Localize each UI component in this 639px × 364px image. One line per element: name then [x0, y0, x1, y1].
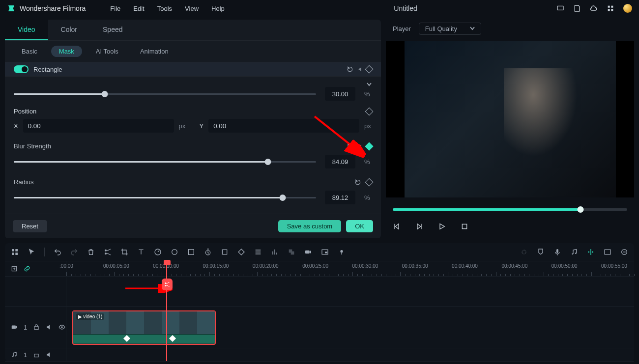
rotate-value[interactable]: 30.00: [325, 87, 355, 101]
reset-section-icon[interactable]: [347, 66, 353, 73]
voiceover-icon[interactable]: [338, 248, 346, 256]
reset-button[interactable]: Reset: [13, 220, 47, 232]
adjustments-icon[interactable]: [254, 248, 262, 256]
text-icon[interactable]: [137, 248, 145, 256]
position-x-unit: px: [179, 122, 187, 130]
ruler-tick-label: 00:00:55:00: [601, 263, 627, 269]
marker-icon[interactable]: [537, 248, 545, 256]
position-y-label: Y: [200, 122, 204, 130]
snap-icon[interactable]: [587, 248, 595, 256]
menu-view[interactable]: View: [185, 5, 199, 12]
video-track-body[interactable]: ▶ video (1): [66, 307, 634, 348]
menu-edit[interactable]: Edit: [133, 5, 144, 12]
delete-icon[interactable]: [87, 248, 95, 256]
svg-rect-10: [12, 252, 14, 255]
svg-point-35: [12, 356, 13, 357]
mask-enable-toggle[interactable]: [14, 65, 29, 73]
radius-value[interactable]: 89.12: [325, 191, 355, 204]
mute-track-icon[interactable]: [46, 324, 53, 331]
step-back-icon[interactable]: [393, 223, 401, 230]
svg-rect-7: [462, 224, 466, 228]
radius-reset-icon[interactable]: [354, 179, 361, 186]
player-progress[interactable]: [393, 208, 627, 211]
radius-keyframe-icon[interactable]: [365, 178, 374, 186]
play-icon[interactable]: [438, 223, 446, 230]
svg-rect-11: [15, 252, 18, 255]
radius-label: Radius: [14, 178, 33, 186]
timeline-playhead[interactable]: [166, 261, 167, 361]
radius-slider[interactable]: [14, 197, 316, 198]
zoom-out-icon[interactable]: [620, 248, 628, 256]
tab-speed[interactable]: Speed: [90, 20, 135, 40]
subtab-animation[interactable]: Animation: [132, 46, 176, 57]
ruler-tick-label: 00:00:20:00: [253, 263, 279, 269]
mic-icon[interactable]: [553, 248, 561, 256]
speed-icon[interactable]: [154, 248, 162, 256]
scissors-icon[interactable]: [104, 248, 112, 256]
lock-track-icon[interactable]: [33, 324, 40, 331]
video-clip[interactable]: ▶ video (1): [72, 310, 216, 345]
timeline-ruler[interactable]: :00:0000:00:05:0000:00:10:0000:00:15:000…: [66, 261, 634, 276]
pip-icon[interactable]: [321, 248, 329, 256]
crop-icon[interactable]: [120, 248, 128, 256]
subtab-aitools[interactable]: AI Tools: [88, 46, 126, 57]
green-screen-icon[interactable]: [187, 248, 195, 256]
video-preview[interactable]: [386, 41, 634, 197]
tab-color[interactable]: Color: [48, 20, 90, 40]
keyframe-tool-icon[interactable]: [237, 248, 245, 256]
track-expand-icon[interactable]: [221, 248, 229, 256]
save-as-custom-button[interactable]: Save as custom: [278, 220, 342, 232]
player-quality-dropdown[interactable]: Full Quality: [419, 23, 481, 35]
ruler-tick-label: 00:00:40:00: [452, 263, 478, 269]
split-at-playhead-icon[interactable]: [162, 279, 173, 290]
cloud-upload-icon[interactable]: [590, 4, 598, 12]
position-x-input[interactable]: [23, 119, 174, 133]
record-icon[interactable]: [304, 248, 312, 256]
svg-rect-26: [556, 249, 558, 253]
duration-icon[interactable]: [204, 248, 212, 256]
section-keyframe-icon[interactable]: [365, 65, 374, 74]
mask-shape-label: Rectangle: [33, 66, 62, 73]
audio-icon[interactable]: [570, 248, 578, 256]
apps-grid-icon[interactable]: [607, 4, 614, 12]
radius-unit: %: [364, 194, 372, 201]
blur-slider[interactable]: [14, 161, 316, 163]
menubar: File Edit Tools View Help: [110, 5, 224, 12]
properties-footer: Reset Save as custom OK: [5, 214, 381, 238]
redo-icon[interactable]: [70, 248, 78, 256]
screen-icon[interactable]: [556, 4, 564, 12]
tab-video[interactable]: Video: [5, 20, 48, 40]
svg-rect-33: [34, 327, 38, 330]
ok-button[interactable]: OK: [346, 220, 373, 232]
group-icon[interactable]: [288, 248, 295, 256]
subtab-basic[interactable]: Basic: [14, 46, 45, 57]
prev-keyframe-icon[interactable]: [358, 67, 361, 71]
svg-rect-1: [557, 6, 563, 10]
subtab-mask[interactable]: Mask: [51, 46, 82, 57]
safe-zone-icon[interactable]: [604, 248, 611, 256]
color-icon[interactable]: [171, 248, 178, 256]
rotate-slider[interactable]: [14, 93, 316, 95]
add-track-icon[interactable]: [11, 265, 18, 272]
chevron-down-icon[interactable]: [366, 82, 372, 87]
audio-mixer-icon[interactable]: [271, 248, 279, 256]
undo-icon[interactable]: [54, 248, 61, 256]
clip-label: ▶ video (1): [76, 313, 105, 320]
save-icon[interactable]: [573, 4, 581, 12]
ruler-tick-label: 00:00:50:00: [552, 263, 578, 269]
svg-rect-23: [325, 252, 327, 253]
link-tracks-icon[interactable]: [24, 265, 30, 272]
step-forward-icon[interactable]: [415, 223, 423, 230]
layout-icon[interactable]: [11, 248, 19, 256]
menu-tools[interactable]: Tools: [157, 5, 172, 12]
eye-track-icon[interactable]: [58, 324, 65, 331]
lock-audio-icon[interactable]: [33, 351, 40, 358]
mute-audio-icon[interactable]: [46, 351, 53, 358]
menu-file[interactable]: File: [110, 5, 120, 12]
user-avatar[interactable]: [623, 4, 632, 13]
player-label: Player: [393, 25, 411, 32]
render-icon[interactable]: [520, 248, 528, 256]
stop-icon[interactable]: [461, 223, 468, 230]
cursor-icon[interactable]: [28, 248, 35, 256]
player-controls: [386, 215, 634, 238]
